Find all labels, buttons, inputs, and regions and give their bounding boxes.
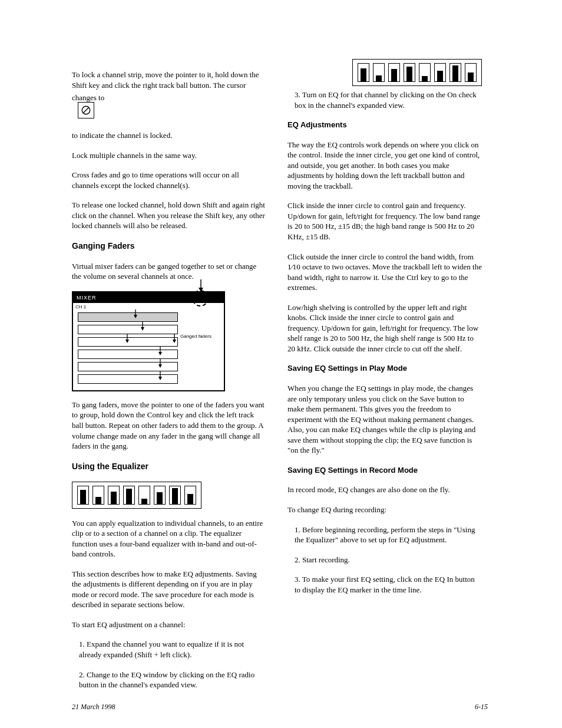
mixer-title: MIXER (77, 295, 97, 301)
footer: 21 March 1998 6-15 (72, 702, 488, 711)
footer-page: 6-15 (475, 702, 488, 711)
equalizer-icon-strip (72, 482, 266, 509)
channel-row (78, 325, 178, 334)
text: You can apply equalization to individual… (72, 519, 263, 559)
heading-saving-eq-record: Saving EQ Settings in Record Mode (287, 465, 482, 476)
mixer-diagram: MIXER CH 1 Ganged faders (72, 291, 225, 391)
text: Low/high shelving is controlled by the u… (287, 303, 478, 353)
text: Virtual mixer faders can be ganged toget… (72, 262, 256, 281)
text: To change EQ during recording: (287, 505, 386, 514)
heading-eq-adjustments: EQ Adjustments (287, 120, 482, 130)
footer-date: 21 March 1998 (72, 702, 115, 711)
list-item: 2. Change to the EQ window by clicking o… (79, 670, 254, 690)
svg-marker-17 (158, 377, 162, 380)
list-item: 3. Turn on EQ for that channel by clicki… (295, 90, 477, 110)
channel-row (78, 337, 178, 347)
text: To start EQ adjustment on a channel: (72, 620, 186, 629)
ganged-label: Ganged faders (180, 334, 211, 340)
channel-row (78, 350, 178, 359)
list-item: 1. Expand the channel you want to equali… (79, 640, 244, 659)
svg-marker-13 (158, 352, 162, 355)
text: Lock multiple channels in the same way. (72, 151, 197, 160)
text: To gang faders, move the pointer to one … (72, 400, 265, 450)
text: When you change the EQ settings in play … (287, 384, 475, 454)
text: Cross fades and go to time operations wi… (72, 170, 239, 190)
lock-cursor-icon (78, 102, 94, 118)
text: octave to two octaves. Move the trackbal… (287, 262, 482, 292)
channel-label: CH 1 (75, 304, 86, 311)
paragraph: To lock a channel strip, move the pointe… (72, 70, 266, 107)
text: The way the EQ controls work depends on … (287, 140, 480, 190)
text: to indicate the channel is locked. (72, 131, 172, 140)
channel-row (78, 374, 178, 384)
list-item: 3. To make your first EQ setting, click … (295, 575, 475, 594)
text: 15 dB. (310, 232, 330, 241)
text: To lock a channel strip, move the pointe… (72, 70, 259, 102)
text: Click outside the inner circle to contro… (287, 252, 474, 261)
heading-ganging-faders: Ganging Faders (72, 241, 266, 252)
svg-marker-15 (158, 364, 162, 368)
svg-line-1 (84, 108, 89, 113)
svg-marker-7 (141, 327, 144, 331)
svg-marker-11 (173, 340, 176, 343)
heading-saving-eq-play: Saving EQ Settings in Play Mode (287, 363, 482, 374)
svg-marker-5 (134, 315, 137, 318)
channel-row (78, 362, 178, 371)
heading-using-the-equalizer: Using the Equalizer (72, 461, 266, 472)
fraction: 1⁄10 (287, 262, 300, 271)
channel-row (78, 312, 178, 322)
arrow-down-icon (197, 279, 204, 292)
svg-marker-9 (125, 340, 129, 343)
text: In record mode, EQ changes are also done… (287, 485, 450, 494)
text: This section describes how to make EQ ad… (72, 569, 257, 610)
equalizer-icon-strip (287, 59, 482, 86)
text: To release one locked channel, hold down… (72, 200, 265, 230)
svg-marker-3 (199, 288, 203, 292)
list-item: 2. Start recording. (295, 555, 350, 564)
list-item: 1. Before beginning recording, perform t… (295, 525, 475, 545)
